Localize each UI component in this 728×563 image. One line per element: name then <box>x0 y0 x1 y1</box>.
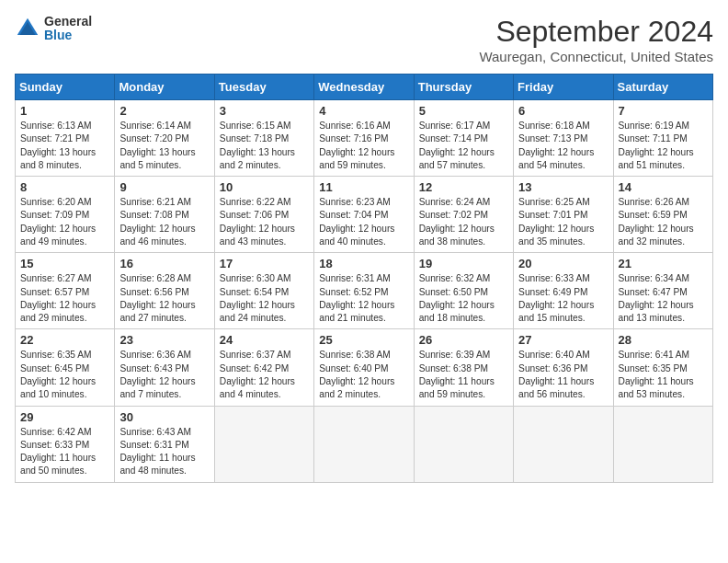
day-number: 4 <box>319 104 408 118</box>
calendar-day: 2Sunrise: 6:14 AM Sunset: 7:20 PM Daylig… <box>115 100 214 177</box>
weekday-header-row: SundayMondayTuesdayWednesdayThursdayFrid… <box>16 75 713 100</box>
calendar-day: 7Sunrise: 6:19 AM Sunset: 7:11 PM Daylig… <box>613 100 712 177</box>
day-number: 22 <box>20 333 109 347</box>
calendar-day: 1Sunrise: 6:13 AM Sunset: 7:21 PM Daylig… <box>16 100 115 177</box>
day-number: 16 <box>119 257 209 270</box>
header: General Blue September 2024 Wauregan, Co… <box>15 15 713 64</box>
calendar-table: SundayMondayTuesdayWednesdayThursdayFrid… <box>15 74 713 483</box>
calendar-day: 30Sunrise: 6:43 AM Sunset: 6:31 PM Dayli… <box>115 406 214 482</box>
day-number: 12 <box>419 180 508 194</box>
day-info: Sunrise: 6:26 AM Sunset: 6:59 PM Dayligh… <box>619 196 708 248</box>
logo-general-text: General <box>44 15 92 29</box>
calendar-day: 28Sunrise: 6:41 AM Sunset: 6:35 PM Dayli… <box>613 329 712 406</box>
weekday-header-thursday: Thursday <box>414 75 513 100</box>
calendar-day: 25Sunrise: 6:38 AM Sunset: 6:40 PM Dayli… <box>314 329 414 406</box>
day-info: Sunrise: 6:24 AM Sunset: 7:02 PM Dayligh… <box>419 196 508 248</box>
calendar-day: 3Sunrise: 6:15 AM Sunset: 7:18 PM Daylig… <box>214 100 313 177</box>
day-number: 13 <box>518 180 608 194</box>
calendar-week-row: 29Sunrise: 6:42 AM Sunset: 6:33 PM Dayli… <box>16 406 713 482</box>
day-number: 6 <box>518 104 608 118</box>
calendar-day <box>214 406 313 482</box>
calendar-day <box>514 406 613 482</box>
day-number: 20 <box>518 257 608 270</box>
day-info: Sunrise: 6:42 AM Sunset: 6:33 PM Dayligh… <box>20 426 109 478</box>
calendar-day: 6Sunrise: 6:18 AM Sunset: 7:13 PM Daylig… <box>514 100 613 177</box>
calendar-day: 22Sunrise: 6:35 AM Sunset: 6:45 PM Dayli… <box>16 329 115 406</box>
day-info: Sunrise: 6:39 AM Sunset: 6:38 PM Dayligh… <box>419 349 508 401</box>
weekday-header-friday: Friday <box>514 75 613 100</box>
day-info: Sunrise: 6:37 AM Sunset: 6:42 PM Dayligh… <box>220 349 309 401</box>
day-number: 25 <box>319 333 408 347</box>
day-info: Sunrise: 6:30 AM Sunset: 6:54 PM Dayligh… <box>220 272 309 325</box>
day-info: Sunrise: 6:20 AM Sunset: 7:09 PM Dayligh… <box>20 196 109 248</box>
day-number: 7 <box>619 104 708 118</box>
day-number: 28 <box>619 333 708 347</box>
logo: General Blue <box>15 15 92 43</box>
day-info: Sunrise: 6:22 AM Sunset: 7:06 PM Dayligh… <box>220 196 309 248</box>
weekday-header-saturday: Saturday <box>613 75 712 100</box>
day-info: Sunrise: 6:31 AM Sunset: 6:52 PM Dayligh… <box>319 272 408 325</box>
day-info: Sunrise: 6:21 AM Sunset: 7:08 PM Dayligh… <box>119 196 209 248</box>
calendar-day: 12Sunrise: 6:24 AM Sunset: 7:02 PM Dayli… <box>414 177 513 253</box>
day-number: 29 <box>20 410 109 424</box>
calendar-day: 20Sunrise: 6:33 AM Sunset: 6:49 PM Dayli… <box>514 253 613 329</box>
day-info: Sunrise: 6:43 AM Sunset: 6:31 PM Dayligh… <box>119 426 209 478</box>
location: Wauregan, Connecticut, United States <box>479 49 713 64</box>
day-info: Sunrise: 6:14 AM Sunset: 7:20 PM Dayligh… <box>119 120 209 172</box>
day-info: Sunrise: 6:15 AM Sunset: 7:18 PM Dayligh… <box>220 120 309 172</box>
day-number: 24 <box>220 333 309 347</box>
day-number: 10 <box>220 180 309 194</box>
day-number: 19 <box>419 257 508 270</box>
calendar-week-row: 15Sunrise: 6:27 AM Sunset: 6:57 PM Dayli… <box>16 253 713 329</box>
calendar-week-row: 22Sunrise: 6:35 AM Sunset: 6:45 PM Dayli… <box>16 329 713 406</box>
calendar-week-row: 8Sunrise: 6:20 AM Sunset: 7:09 PM Daylig… <box>16 177 713 253</box>
day-number: 1 <box>20 104 109 118</box>
day-number: 5 <box>419 104 508 118</box>
day-number: 23 <box>119 333 209 347</box>
calendar-day: 21Sunrise: 6:34 AM Sunset: 6:47 PM Dayli… <box>613 253 712 329</box>
day-info: Sunrise: 6:25 AM Sunset: 7:01 PM Dayligh… <box>518 196 608 248</box>
calendar-day: 16Sunrise: 6:28 AM Sunset: 6:56 PM Dayli… <box>115 253 214 329</box>
day-number: 30 <box>119 410 209 424</box>
calendar-day: 13Sunrise: 6:25 AM Sunset: 7:01 PM Dayli… <box>514 177 613 253</box>
calendar-day: 17Sunrise: 6:30 AM Sunset: 6:54 PM Dayli… <box>214 253 313 329</box>
day-info: Sunrise: 6:16 AM Sunset: 7:16 PM Dayligh… <box>319 120 408 172</box>
calendar-day: 19Sunrise: 6:32 AM Sunset: 6:50 PM Dayli… <box>414 253 513 329</box>
day-number: 11 <box>319 180 408 194</box>
day-number: 26 <box>419 333 508 347</box>
day-number: 9 <box>119 180 209 194</box>
weekday-header-wednesday: Wednesday <box>314 75 414 100</box>
day-info: Sunrise: 6:17 AM Sunset: 7:14 PM Dayligh… <box>419 120 508 172</box>
title-area: September 2024 Wauregan, Connecticut, Un… <box>479 15 713 64</box>
day-info: Sunrise: 6:35 AM Sunset: 6:45 PM Dayligh… <box>20 349 109 401</box>
calendar-day: 8Sunrise: 6:20 AM Sunset: 7:09 PM Daylig… <box>16 177 115 253</box>
calendar-day: 27Sunrise: 6:40 AM Sunset: 6:36 PM Dayli… <box>514 329 613 406</box>
calendar-day: 4Sunrise: 6:16 AM Sunset: 7:16 PM Daylig… <box>314 100 414 177</box>
calendar-day: 23Sunrise: 6:36 AM Sunset: 6:43 PM Dayli… <box>115 329 214 406</box>
day-number: 15 <box>20 257 109 270</box>
day-info: Sunrise: 6:38 AM Sunset: 6:40 PM Dayligh… <box>319 349 408 401</box>
calendar-day: 11Sunrise: 6:23 AM Sunset: 7:04 PM Dayli… <box>314 177 414 253</box>
day-number: 14 <box>619 180 708 194</box>
weekday-header-monday: Monday <box>115 75 214 100</box>
logo-text: General Blue <box>44 15 92 43</box>
calendar-day: 24Sunrise: 6:37 AM Sunset: 6:42 PM Dayli… <box>214 329 313 406</box>
day-number: 21 <box>619 257 708 270</box>
calendar-day: 18Sunrise: 6:31 AM Sunset: 6:52 PM Dayli… <box>314 253 414 329</box>
day-number: 3 <box>220 104 309 118</box>
calendar-day <box>613 406 712 482</box>
day-info: Sunrise: 6:41 AM Sunset: 6:35 PM Dayligh… <box>619 349 708 401</box>
weekday-header-sunday: Sunday <box>16 75 115 100</box>
calendar-day: 9Sunrise: 6:21 AM Sunset: 7:08 PM Daylig… <box>115 177 214 253</box>
day-info: Sunrise: 6:28 AM Sunset: 6:56 PM Dayligh… <box>119 272 209 325</box>
calendar-day: 10Sunrise: 6:22 AM Sunset: 7:06 PM Dayli… <box>214 177 313 253</box>
day-number: 17 <box>220 257 309 270</box>
logo-blue-text: Blue <box>44 29 92 42</box>
day-info: Sunrise: 6:18 AM Sunset: 7:13 PM Dayligh… <box>518 120 608 172</box>
calendar-day: 14Sunrise: 6:26 AM Sunset: 6:59 PM Dayli… <box>613 177 712 253</box>
calendar-week-row: 1Sunrise: 6:13 AM Sunset: 7:21 PM Daylig… <box>16 100 713 177</box>
calendar-day: 26Sunrise: 6:39 AM Sunset: 6:38 PM Dayli… <box>414 329 513 406</box>
logo-icon <box>15 16 40 41</box>
day-info: Sunrise: 6:36 AM Sunset: 6:43 PM Dayligh… <box>119 349 209 401</box>
calendar-day: 29Sunrise: 6:42 AM Sunset: 6:33 PM Dayli… <box>16 406 115 482</box>
